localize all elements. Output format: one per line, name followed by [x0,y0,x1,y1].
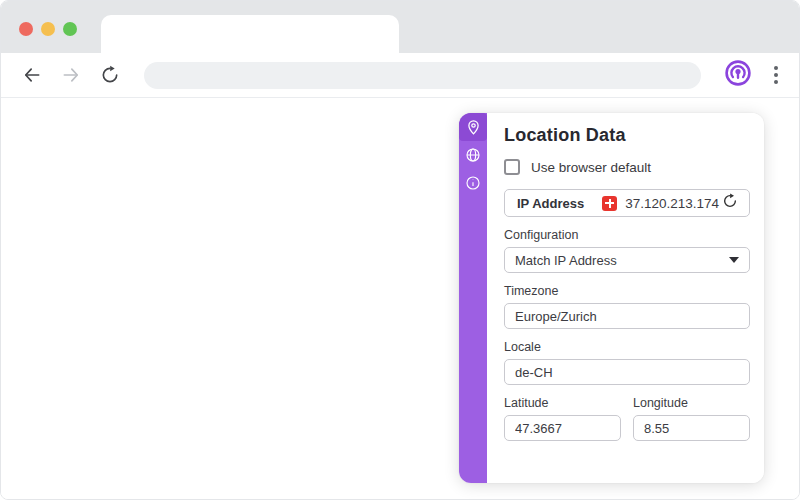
popup-title: Location Data [504,125,750,146]
timezone-label: Timezone [504,284,750,298]
configuration-label: Configuration [504,228,750,242]
reload-icon [100,65,120,85]
popup-content: Location Data Use browser default IP Add… [487,113,764,483]
ip-address-value: 37.120.213.174 [625,196,719,211]
coordinates-row: Latitude Longitude [504,396,750,441]
page-viewport: Location Data Use browser default IP Add… [1,98,799,500]
info-icon [465,175,481,191]
sidebar-tab-info[interactable] [459,169,487,197]
close-window-button[interactable] [19,22,33,36]
switzerland-flag-icon [602,196,617,211]
address-bar-input[interactable] [158,68,687,83]
extension-button[interactable] [723,60,753,90]
locale-label: Locale [504,340,750,354]
forward-arrow-icon [61,65,81,85]
ip-address-row: IP Address 37.120.213.174 [504,189,750,217]
browser-menu-button[interactable] [767,62,785,88]
kebab-dot [774,66,778,70]
longitude-input[interactable] [633,415,750,441]
popup-sidebar [459,113,487,483]
zoom-window-button[interactable] [63,22,77,36]
sidebar-tab-globe[interactable] [459,141,487,169]
sidebar-tab-location[interactable] [459,113,487,141]
longitude-label: Longitude [633,396,750,410]
minimize-window-button[interactable] [41,22,55,36]
forward-button[interactable] [60,64,82,86]
latitude-input[interactable] [504,415,621,441]
longitude-group: Longitude [633,396,750,441]
refresh-ip-button[interactable] [721,194,739,212]
use-browser-default-checkbox[interactable] [504,159,520,175]
locale-group: Locale [504,340,750,385]
back-button[interactable] [21,64,43,86]
latitude-label: Latitude [504,396,621,410]
browser-titlebar [1,1,799,53]
use-browser-default-row: Use browser default [504,159,750,175]
latitude-group: Latitude [504,396,621,441]
timezone-group: Timezone [504,284,750,329]
refresh-icon [722,193,738,213]
configuration-selected-value: Match IP Address [515,253,617,268]
kebab-dot [774,73,778,77]
locale-input[interactable] [504,359,750,385]
traffic-lights [19,22,77,36]
address-bar[interactable] [144,62,701,89]
location-pin-icon [465,119,482,136]
ip-address-label: IP Address [517,196,584,211]
browser-window: Location Data Use browser default IP Add… [0,0,800,500]
kebab-dot [774,80,778,84]
browser-tab[interactable] [101,15,399,53]
globe-icon [465,147,481,163]
back-arrow-icon [22,65,42,85]
configuration-group: Configuration Match IP Address [504,228,750,273]
configuration-select[interactable]: Match IP Address [504,247,750,273]
extension-popup: Location Data Use browser default IP Add… [459,113,764,483]
vytal-extension-icon [724,59,752,91]
chevron-down-icon [729,257,739,263]
reload-button[interactable] [99,64,121,86]
timezone-input[interactable] [504,303,750,329]
use-browser-default-label: Use browser default [531,160,651,175]
browser-toolbar [1,53,799,98]
